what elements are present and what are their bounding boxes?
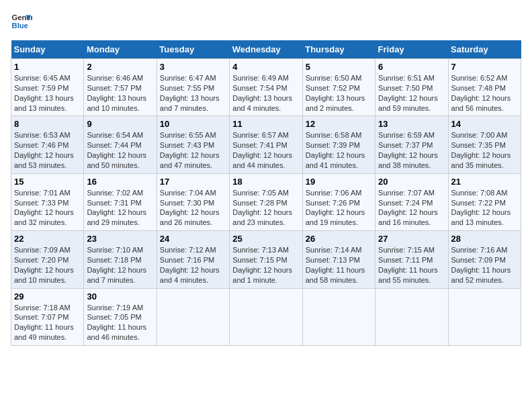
calendar-day-25: 25Sunrise: 7:13 AMSunset: 7:15 PMDayligh…	[230, 231, 302, 288]
day-info: Sunrise: 6:52 AMSunset: 7:48 PMDaylight:…	[451, 74, 511, 112]
day-info: Sunrise: 7:02 AMSunset: 7:31 PMDaylight:…	[87, 189, 146, 227]
calendar-day-9: 9Sunrise: 6:54 AMSunset: 7:44 PMDaylight…	[84, 116, 157, 173]
day-info: Sunrise: 6:54 AMSunset: 7:44 PMDaylight:…	[87, 131, 146, 169]
day-number: 22	[14, 234, 81, 244]
day-info: Sunrise: 7:07 AMSunset: 7:24 PMDaylight:…	[378, 189, 438, 227]
day-info: Sunrise: 7:06 AMSunset: 7:26 PMDaylight:…	[306, 189, 365, 227]
day-number: 23	[87, 234, 153, 244]
day-number: 29	[14, 291, 81, 302]
logo: General Blue	[11, 11, 32, 32]
calendar-day-17: 17Sunrise: 7:04 AMSunset: 7:30 PMDayligh…	[157, 173, 229, 230]
day-number: 15	[14, 177, 81, 187]
day-info: Sunrise: 7:18 AMSunset: 7:07 PMDaylight:…	[14, 304, 74, 342]
day-info: Sunrise: 7:19 AMSunset: 7:05 PMDaylight:…	[87, 304, 146, 342]
day-number: 24	[160, 234, 226, 244]
calendar-day-13: 13Sunrise: 6:59 AMSunset: 7:37 PMDayligh…	[375, 116, 448, 173]
calendar-week-row: 29Sunrise: 7:18 AMSunset: 7:07 PMDayligh…	[11, 288, 521, 345]
calendar-day-30: 30Sunrise: 7:19 AMSunset: 7:05 PMDayligh…	[84, 288, 157, 345]
day-number: 28	[451, 234, 518, 244]
day-info: Sunrise: 7:13 AMSunset: 7:15 PMDaylight:…	[232, 246, 292, 284]
calendar-day-10: 10Sunrise: 6:55 AMSunset: 7:43 PMDayligh…	[157, 116, 229, 173]
calendar-empty-cell	[230, 288, 302, 345]
calendar-day-14: 14Sunrise: 7:00 AMSunset: 7:35 PMDayligh…	[448, 116, 521, 173]
day-number: 12	[306, 119, 372, 129]
day-header-friday: Friday	[375, 40, 448, 59]
day-info: Sunrise: 6:46 AMSunset: 7:57 PMDaylight:…	[87, 74, 146, 112]
day-number: 13	[378, 119, 445, 129]
calendar-empty-cell	[375, 288, 448, 345]
calendar-day-19: 19Sunrise: 7:06 AMSunset: 7:26 PMDayligh…	[302, 173, 375, 230]
day-info: Sunrise: 6:57 AMSunset: 7:41 PMDaylight:…	[232, 131, 292, 169]
calendar-day-29: 29Sunrise: 7:18 AMSunset: 7:07 PMDayligh…	[11, 288, 84, 345]
day-number: 8	[14, 119, 81, 129]
day-number: 3	[160, 62, 226, 72]
day-info: Sunrise: 7:08 AMSunset: 7:22 PMDaylight:…	[451, 189, 511, 227]
day-number: 1	[14, 62, 81, 72]
day-info: Sunrise: 6:55 AMSunset: 7:43 PMDaylight:…	[160, 131, 220, 169]
day-header-wednesday: Wednesday	[230, 40, 302, 59]
calendar-day-15: 15Sunrise: 7:01 AMSunset: 7:33 PMDayligh…	[11, 173, 84, 230]
calendar-day-6: 6Sunrise: 6:51 AMSunset: 7:50 PMDaylight…	[375, 59, 448, 116]
day-number: 16	[87, 177, 153, 187]
day-number: 4	[232, 62, 299, 72]
day-header-monday: Monday	[84, 40, 157, 59]
calendar-day-27: 27Sunrise: 7:15 AMSunset: 7:11 PMDayligh…	[375, 231, 448, 288]
page-header: General Blue	[11, 11, 521, 32]
day-info: Sunrise: 6:47 AMSunset: 7:55 PMDaylight:…	[160, 74, 220, 112]
day-info: Sunrise: 6:49 AMSunset: 7:54 PMDaylight:…	[232, 74, 292, 112]
calendar-day-4: 4Sunrise: 6:49 AMSunset: 7:54 PMDaylight…	[230, 59, 302, 116]
logo-icon: General Blue	[11, 11, 32, 32]
calendar-day-26: 26Sunrise: 7:14 AMSunset: 7:13 PMDayligh…	[302, 231, 375, 288]
day-number: 27	[378, 234, 445, 244]
calendar-empty-cell	[157, 288, 229, 345]
calendar-day-7: 7Sunrise: 6:52 AMSunset: 7:48 PMDaylight…	[448, 59, 521, 116]
day-info: Sunrise: 6:59 AMSunset: 7:37 PMDaylight:…	[378, 131, 438, 169]
day-info: Sunrise: 7:16 AMSunset: 7:09 PMDaylight:…	[451, 246, 511, 284]
calendar-week-row: 22Sunrise: 7:09 AMSunset: 7:20 PMDayligh…	[11, 231, 521, 288]
day-number: 17	[160, 177, 226, 187]
day-info: Sunrise: 6:53 AMSunset: 7:46 PMDaylight:…	[14, 131, 74, 169]
day-number: 26	[306, 234, 372, 244]
day-header-saturday: Saturday	[448, 40, 521, 59]
calendar-empty-cell	[448, 288, 521, 345]
day-number: 2	[87, 62, 153, 72]
day-header-tuesday: Tuesday	[157, 40, 229, 59]
calendar-day-1: 1Sunrise: 6:45 AMSunset: 7:59 PMDaylight…	[11, 59, 84, 116]
calendar-day-12: 12Sunrise: 6:58 AMSunset: 7:39 PMDayligh…	[302, 116, 375, 173]
day-number: 18	[232, 177, 299, 187]
calendar-header-row: SundayMondayTuesdayWednesdayThursdayFrid…	[11, 40, 521, 59]
day-number: 6	[378, 62, 445, 72]
day-number: 21	[451, 177, 518, 187]
calendar-week-row: 15Sunrise: 7:01 AMSunset: 7:33 PMDayligh…	[11, 173, 521, 230]
day-header-thursday: Thursday	[302, 40, 375, 59]
calendar-day-24: 24Sunrise: 7:12 AMSunset: 7:16 PMDayligh…	[157, 231, 229, 288]
calendar-day-8: 8Sunrise: 6:53 AMSunset: 7:46 PMDaylight…	[11, 116, 84, 173]
calendar-day-22: 22Sunrise: 7:09 AMSunset: 7:20 PMDayligh…	[11, 231, 84, 288]
day-number: 25	[232, 234, 299, 244]
day-info: Sunrise: 7:04 AMSunset: 7:30 PMDaylight:…	[160, 189, 220, 227]
calendar-day-5: 5Sunrise: 6:50 AMSunset: 7:52 PMDaylight…	[302, 59, 375, 116]
calendar-day-28: 28Sunrise: 7:16 AMSunset: 7:09 PMDayligh…	[448, 231, 521, 288]
day-number: 19	[306, 177, 372, 187]
day-number: 7	[451, 62, 518, 72]
day-number: 14	[451, 119, 518, 129]
day-info: Sunrise: 7:14 AMSunset: 7:13 PMDaylight:…	[306, 246, 365, 284]
calendar-week-row: 8Sunrise: 6:53 AMSunset: 7:46 PMDaylight…	[11, 116, 521, 173]
calendar-day-23: 23Sunrise: 7:10 AMSunset: 7:18 PMDayligh…	[84, 231, 157, 288]
day-info: Sunrise: 7:15 AMSunset: 7:11 PMDaylight:…	[378, 246, 438, 284]
day-number: 11	[232, 119, 299, 129]
day-info: Sunrise: 7:00 AMSunset: 7:35 PMDaylight:…	[451, 131, 511, 169]
day-info: Sunrise: 6:50 AMSunset: 7:52 PMDaylight:…	[306, 74, 365, 112]
day-info: Sunrise: 7:10 AMSunset: 7:18 PMDaylight:…	[87, 246, 146, 284]
day-number: 9	[87, 119, 153, 129]
calendar-table: SundayMondayTuesdayWednesdayThursdayFrid…	[11, 40, 521, 346]
calendar-day-21: 21Sunrise: 7:08 AMSunset: 7:22 PMDayligh…	[448, 173, 521, 230]
calendar-week-row: 1Sunrise: 6:45 AMSunset: 7:59 PMDaylight…	[11, 59, 521, 116]
day-number: 20	[378, 177, 445, 187]
day-header-sunday: Sunday	[11, 40, 84, 59]
calendar-day-18: 18Sunrise: 7:05 AMSunset: 7:28 PMDayligh…	[230, 173, 302, 230]
calendar-day-16: 16Sunrise: 7:02 AMSunset: 7:31 PMDayligh…	[84, 173, 157, 230]
calendar-day-11: 11Sunrise: 6:57 AMSunset: 7:41 PMDayligh…	[230, 116, 302, 173]
day-number: 30	[87, 291, 153, 302]
calendar-empty-cell	[302, 288, 375, 345]
